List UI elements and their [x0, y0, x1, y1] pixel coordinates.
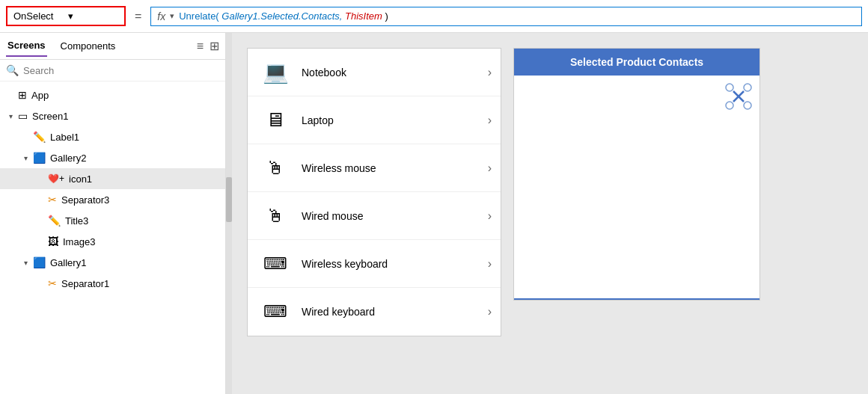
wired-keyboard-image: ⌨ — [257, 297, 294, 327]
tree-item-app[interactable]: ⊞ App — [0, 84, 225, 105]
gallery2-icon: 🟦 — [33, 152, 46, 164]
formula-fn: Unrelate( — [179, 10, 218, 22]
svg-point-3 — [744, 102, 751, 109]
formula-chevron-icon: ▾ — [170, 11, 174, 21]
contacts-body — [514, 76, 760, 300]
screen-icon: ▭ — [18, 110, 28, 122]
wireless-keyboard-chevron-icon: › — [488, 257, 492, 271]
product-item-wired-mouse[interactable]: 🖱 Wired mouse › — [248, 192, 501, 240]
formula-param1: Gallery1.Selected.Contacts, — [219, 10, 343, 22]
canvas: 💻 Notebook › 🖥 Laptop › 🖱 Wireless mouse… — [232, 33, 868, 394]
svg-point-1 — [744, 84, 751, 91]
tree-item-gallery2[interactable]: ▾ 🟦 Gallery2 — [0, 147, 225, 168]
top-bar: OnSelect ▾ = fx ▾ Unrelate( Gallery1.Sel… — [0, 0, 868, 33]
sidebar-tabs: Screens Components ≡ ⊞ — [0, 33, 225, 60]
tree-label-screen1: Screen1 — [32, 111, 68, 122]
expand-arrow-screen1: ▾ — [6, 112, 15, 120]
contacts-panel: Selected Product Contacts — [513, 48, 760, 301]
tree-label-label1: Label1 — [50, 132, 79, 143]
separator1-icon: ✂ — [48, 277, 57, 289]
wired-keyboard-label: Wired keyboard — [302, 306, 480, 318]
formula-fx-icon: fx — [157, 10, 165, 22]
wireless-mouse-chevron-icon: › — [488, 161, 492, 175]
tree-item-gallery1[interactable]: ▾ 🟦 Gallery1 — [0, 252, 225, 273]
laptop-chevron-icon: › — [488, 114, 492, 127]
tree-label-separator3: Separator3 — [61, 194, 109, 206]
wireless-keyboard-image: ⌨ — [257, 249, 294, 279]
svg-point-0 — [726, 84, 733, 91]
wireless-keyboard-label: Wireless keyboard — [302, 258, 480, 270]
image3-icon: 🖼 — [48, 236, 58, 247]
notebook-image: 💻 — [257, 58, 294, 87]
product-item-laptop[interactable]: 🖥 Laptop › — [248, 96, 501, 144]
separator3-icon: ✂ — [48, 194, 57, 206]
product-item-wireless-mouse[interactable]: 🖱 Wireless mouse › — [248, 144, 501, 192]
tree-item-separator1[interactable]: ✂ Separator1 — [0, 273, 225, 294]
tree-item-label1[interactable]: ✏️ Label1 — [0, 126, 225, 147]
label1-icon: ✏️ — [33, 131, 46, 143]
expand-arrow-gallery1: ▾ — [21, 259, 30, 267]
app-icon: ⊞ — [18, 89, 27, 101]
formula-close: ) — [382, 10, 388, 22]
grid-view-icon[interactable]: ⊞ — [210, 39, 219, 53]
dropdown-arrow-icon: ▾ — [68, 10, 118, 22]
tree-item-separator3[interactable]: ✂ Separator3 — [0, 189, 225, 210]
svg-point-2 — [726, 102, 733, 109]
sidebar: Screens Components ≡ ⊞ 🔍 ⊞ App ▾ ▭ Scree… — [0, 33, 226, 394]
tab-icons: ≡ ⊞ — [197, 39, 219, 53]
tab-screens[interactable]: Screens — [6, 35, 47, 57]
equals-sign: = — [132, 10, 144, 23]
tree-label-app: App — [31, 90, 49, 101]
title3-icon: ✏️ — [48, 215, 61, 227]
formula-param2: ThisItem — [342, 10, 382, 22]
notebook-chevron-icon: › — [488, 66, 492, 79]
search-bar: 🔍 — [0, 60, 225, 81]
wired-keyboard-chevron-icon: › — [488, 305, 492, 318]
sidebar-scrollbar[interactable] — [226, 33, 232, 394]
search-icon: 🔍 — [6, 64, 19, 76]
tree-label-image3: Image3 — [63, 236, 95, 247]
formula-text: Unrelate( Gallery1.Selected.Contacts, Th… — [179, 10, 388, 22]
wired-mouse-chevron-icon: › — [488, 209, 492, 223]
product-item-wireless-keyboard[interactable]: ⌨ Wireless keyboard › — [248, 240, 501, 288]
icon1-icon: ❤️+ — [48, 173, 64, 184]
tree-item-screen1[interactable]: ▾ ▭ Screen1 — [0, 105, 225, 126]
contacts-header: Selected Product Contacts — [514, 49, 760, 76]
gallery1-icon: 🟦 — [33, 256, 46, 268]
product-list-gallery: 💻 Notebook › 🖥 Laptop › 🖱 Wireless mouse… — [247, 48, 501, 336]
tree-label-icon1: icon1 — [69, 173, 92, 185]
product-item-notebook[interactable]: 💻 Notebook › — [248, 49, 501, 96]
laptop-image: 🖥 — [257, 105, 294, 135]
unrelate-cross-icon[interactable] — [724, 81, 754, 111]
tree-panel: ⊞ App ▾ ▭ Screen1 ✏️ Label1 ▾ 🟦 Gallery2 — [0, 81, 225, 394]
main-layout: Screens Components ≡ ⊞ 🔍 ⊞ App ▾ ▭ Scree… — [0, 33, 868, 394]
tree-label-gallery2: Gallery2 — [50, 153, 86, 164]
formula-bar[interactable]: fx ▾ Unrelate( Gallery1.Selected.Contact… — [150, 7, 862, 26]
wireless-mouse-image: 🖱 — [257, 153, 294, 183]
tree-item-icon1[interactable]: ❤️+ icon1 — [0, 168, 225, 189]
tree-item-image3[interactable]: 🖼 Image3 — [0, 231, 225, 252]
event-dropdown-label: OnSelect — [13, 10, 64, 22]
sidebar-scrollbar-thumb — [226, 177, 232, 222]
wired-mouse-label: Wired mouse — [302, 210, 480, 222]
product-item-wired-keyboard[interactable]: ⌨ Wired keyboard › — [248, 288, 501, 336]
wireless-mouse-label: Wireless mouse — [302, 162, 480, 174]
tree-label-title3: Title3 — [65, 215, 88, 227]
search-input[interactable] — [23, 65, 219, 76]
wired-mouse-image: 🖱 — [257, 201, 294, 231]
tab-components[interactable]: Components — [59, 36, 117, 56]
tree-label-gallery1: Gallery1 — [50, 257, 86, 268]
event-dropdown[interactable]: OnSelect ▾ — [6, 6, 126, 26]
tree-label-separator1: Separator1 — [61, 278, 109, 289]
list-view-icon[interactable]: ≡ — [197, 40, 204, 53]
tree-item-title3[interactable]: ✏️ Title3 — [0, 210, 225, 231]
laptop-label: Laptop — [302, 114, 480, 126]
expand-arrow-gallery2: ▾ — [21, 154, 30, 162]
notebook-label: Notebook — [302, 67, 480, 79]
